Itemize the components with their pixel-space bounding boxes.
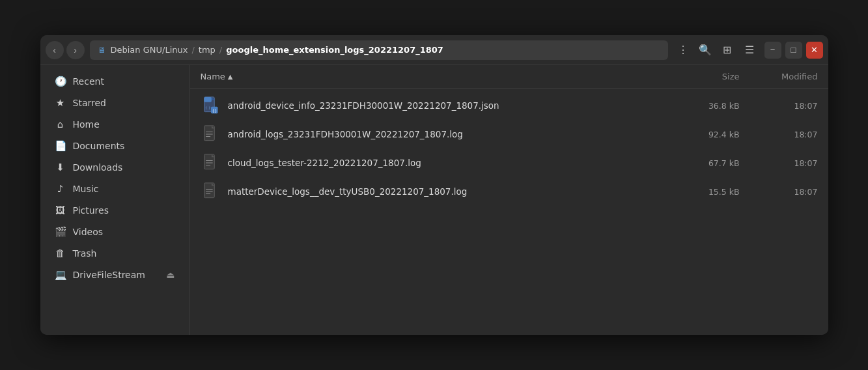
file-name-1: android_device_info_23231FDH30001W_20221…: [228, 100, 675, 111]
close-button[interactable]: ✕: [806, 42, 823, 59]
column-modified-header: Modified: [740, 72, 818, 81]
sidebar-item-music[interactable]: ♪ Music: [44, 178, 186, 199]
forward-button[interactable]: ›: [66, 41, 85, 59]
name-column-label: Name: [201, 72, 225, 81]
sidebar-item-recent[interactable]: 🕐 Recent: [44, 71, 186, 92]
sidebar-label-starred: Starred: [73, 98, 106, 108]
nav-buttons: ‹ ›: [46, 41, 85, 59]
file-size-1: 36.8 kB: [675, 101, 740, 111]
main-content: 🕐 Recent ★ Starred ⌂ Home 📄 Documents ⬇ …: [40, 65, 828, 335]
log-file-icon: [201, 124, 221, 145]
downloads-icon: ⬇: [55, 162, 66, 173]
window-controls: − □ ✕: [764, 42, 823, 59]
table-row[interactable]: cloud_logs_tester-2212_20221207_1807.log…: [190, 149, 828, 177]
sidebar-label-home: Home: [73, 119, 100, 130]
view-list-button[interactable]: ☰: [740, 40, 759, 60]
table-row[interactable]: android_logs_23231FDH30001W_20221207_180…: [190, 120, 828, 149]
file-manager-window: ‹ › 🖥 Debian GNU/Linux / tmp / google_ho…: [40, 35, 828, 335]
breadcrumb-sep2: /: [219, 45, 222, 55]
back-button[interactable]: ‹: [46, 41, 64, 59]
sort-arrow-icon: ▲: [228, 73, 233, 80]
sidebar-label-music: Music: [73, 184, 99, 194]
sidebar-item-trash[interactable]: 🗑 Trash: [44, 243, 186, 264]
column-size-header: Size: [675, 72, 740, 81]
file-size-4: 15.5 kB: [675, 187, 740, 197]
file-size-2: 92.4 kB: [675, 130, 740, 139]
sidebar-label-pictures: Pictures: [73, 205, 109, 216]
file-modified-3: 18:07: [740, 158, 818, 168]
file-name-3: cloud_logs_tester-2212_20221207_1807.log: [228, 158, 675, 168]
breadcrumb-current: google_home_extension_logs_20221207_1807: [226, 45, 443, 55]
table-row[interactable]: { } {} android_device_info_23231FDH30001…: [190, 91, 828, 120]
sidebar-item-starred[interactable]: ★ Starred: [44, 92, 186, 113]
file-area: Name ▲ Size Modified { }: [190, 65, 828, 335]
svg-text:{  }: { }: [205, 106, 210, 109]
file-size-3: 67.7 kB: [675, 158, 740, 168]
view-grid-button[interactable]: ⊞: [718, 40, 737, 60]
breadcrumb[interactable]: 🖥 Debian GNU/Linux / tmp / google_home_e…: [90, 40, 668, 60]
sidebar-label-documents: Documents: [73, 141, 125, 151]
sidebar-label-drivefilestream: DriveFileStream: [73, 270, 145, 280]
more-options-button[interactable]: ⋮: [673, 40, 693, 60]
svg-rect-1: [204, 97, 211, 102]
home-icon: ⌂: [55, 119, 66, 130]
log-file-icon-2: [201, 152, 221, 173]
column-name-header: Name ▲: [201, 72, 675, 81]
sidebar-item-videos[interactable]: 🎬 Videos: [44, 221, 186, 242]
sidebar-label-videos: Videos: [73, 227, 104, 237]
svg-text:{}: {}: [212, 108, 217, 113]
file-list-header: Name ▲ Size Modified: [190, 65, 828, 89]
sidebar-label-trash: Trash: [73, 248, 97, 259]
titlebar: ‹ › 🖥 Debian GNU/Linux / tmp / google_ho…: [40, 35, 828, 65]
trash-icon: 🗑: [55, 248, 66, 259]
search-button[interactable]: 🔍: [695, 40, 715, 60]
drivefilestream-icon: 💻: [55, 269, 66, 281]
sidebar-item-downloads[interactable]: ⬇ Downloads: [44, 157, 186, 178]
sidebar-item-pictures[interactable]: 🖼 Pictures: [44, 200, 186, 221]
maximize-button[interactable]: □: [785, 42, 802, 59]
log-file-icon-3: [201, 181, 221, 202]
music-icon: ♪: [55, 183, 66, 195]
location-icon: 🖥: [96, 45, 107, 55]
sidebar-label-recent: Recent: [73, 76, 104, 87]
sidebar-item-home[interactable]: ⌂ Home: [44, 114, 186, 135]
file-modified-4: 18:07: [740, 187, 818, 197]
sidebar: 🕐 Recent ★ Starred ⌂ Home 📄 Documents ⬇ …: [40, 65, 190, 335]
file-list: { } {} android_device_info_23231FDH30001…: [190, 89, 828, 335]
starred-icon: ★: [55, 97, 66, 109]
sidebar-item-drivefilestream[interactable]: 💻 DriveFileStream ⏏: [44, 264, 186, 285]
sidebar-item-documents[interactable]: 📄 Documents: [44, 135, 186, 156]
table-row[interactable]: matterDevice_logs__dev_ttyUSB0_20221207_…: [190, 177, 828, 206]
breadcrumb-part1: Debian GNU/Linux: [111, 45, 188, 55]
file-name-2: android_logs_23231FDH30001W_20221207_180…: [228, 129, 675, 139]
minimize-button[interactable]: −: [764, 42, 781, 59]
eject-icon[interactable]: ⏏: [166, 270, 175, 280]
recent-icon: 🕐: [55, 76, 66, 87]
file-name-4: matterDevice_logs__dev_ttyUSB0_20221207_…: [228, 186, 675, 197]
breadcrumb-part2: tmp: [199, 45, 216, 55]
breadcrumb-sep1: /: [191, 45, 194, 55]
file-modified-1: 18:07: [740, 101, 818, 111]
pictures-icon: 🖼: [55, 205, 66, 216]
toolbar-actions: ⋮ 🔍 ⊞ ☰: [673, 40, 759, 60]
json-file-icon: { } {}: [201, 95, 221, 116]
file-modified-2: 18:07: [740, 130, 818, 139]
documents-icon: 📄: [55, 140, 66, 152]
sidebar-label-downloads: Downloads: [73, 162, 123, 173]
videos-icon: 🎬: [55, 226, 66, 238]
